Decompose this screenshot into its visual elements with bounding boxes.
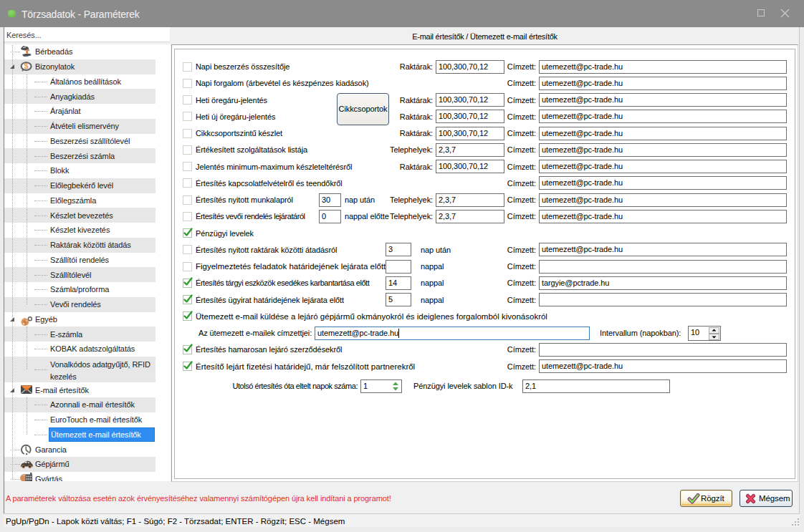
svg-text:$: $ <box>24 62 29 70</box>
